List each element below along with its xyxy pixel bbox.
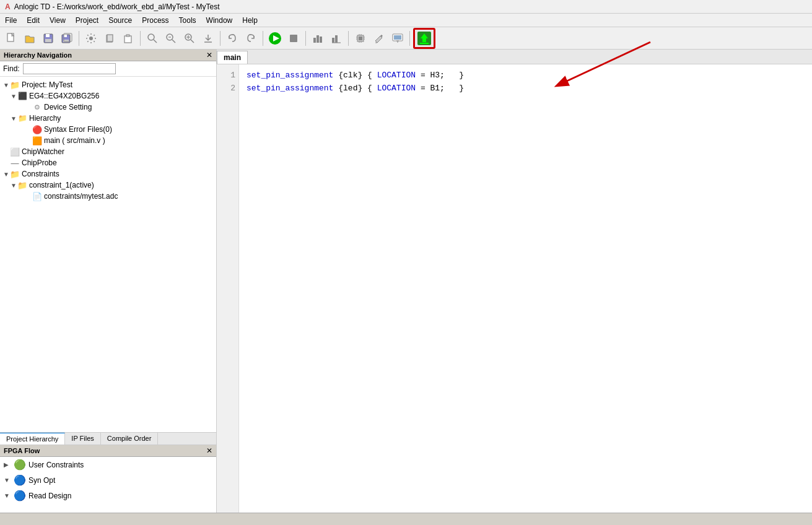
find-input[interactable]	[23, 63, 116, 74]
download2-button[interactable]	[199, 30, 217, 47]
flow-arrow-icon: ▼	[4, 492, 11, 499]
paste-button[interactable]	[120, 30, 137, 47]
flow-green-icon: 🟢	[14, 459, 26, 471]
menu-process[interactable]: Process	[137, 15, 173, 26]
tree-chipwatcher[interactable]: ⬜ ChipWatcher	[0, 146, 216, 157]
pencil-button[interactable]	[370, 30, 388, 47]
flow-blue-icon: 🔵	[14, 474, 26, 486]
hierarchy-navigation: Hierarchy Navigation ✕ Find: ▼ 📁 Project…	[0, 50, 216, 445]
tree-label: main ( src/main.v )	[44, 136, 105, 145]
flow-label: Syn Opt	[28, 476, 55, 485]
folder-icon: 📁	[10, 80, 20, 90]
main-layout: Hierarchy Navigation ✕ Find: ▼ 📁 Project…	[0, 50, 812, 513]
tree-syntax-error[interactable]: 🔴 Syntax Error Files(0)	[0, 124, 216, 135]
chipwatcher-icon: ⬜	[10, 147, 20, 157]
menu-file[interactable]: File	[0, 15, 22, 26]
verilog-icon: 🟧	[32, 136, 42, 145]
flow-read-design[interactable]: ▼ 🔵 Read Design	[0, 488, 216, 503]
line-number: 2	[217, 82, 235, 95]
download-highlighted-button[interactable]	[413, 28, 435, 49]
svg-rect-27	[317, 35, 319, 43]
toolbar	[0, 27, 812, 50]
svg-rect-11	[124, 36, 131, 43]
menu-view[interactable]: View	[45, 15, 71, 26]
save-button[interactable]	[40, 30, 57, 47]
search-button[interactable]	[144, 30, 161, 47]
constraints-folder-icon: 📁	[10, 169, 20, 179]
save-all-button[interactable]	[58, 30, 76, 47]
hierarchy-nav-header: Hierarchy Navigation ✕	[0, 50, 216, 61]
editor-tab-main[interactable]: main	[217, 51, 248, 64]
app-logo: A	[5, 2, 11, 11]
svg-rect-12	[126, 35, 129, 37]
tree-constraints[interactable]: ▼ 📁 Constraints	[0, 168, 216, 180]
tree-arrow: ▼	[10, 93, 17, 100]
svg-rect-28	[320, 37, 322, 43]
tree-chipprobe[interactable]: — ChipProbe	[0, 157, 216, 168]
open-button[interactable]	[21, 30, 38, 47]
editor-content: 1 2 set_pin_assignment {clk} { LOCATION …	[217, 64, 812, 513]
flow-user-constraints[interactable]: ▶ 🟢 User Constraints	[0, 457, 216, 472]
svg-rect-30	[335, 35, 338, 43]
menu-help[interactable]: Help	[237, 15, 263, 26]
tree-arrow: ▼	[10, 182, 17, 189]
svg-line-19	[191, 40, 194, 43]
menu-window[interactable]: Window	[201, 15, 238, 26]
redo-button[interactable]	[242, 30, 260, 47]
tree-constraint-1[interactable]: ▼ 📁 constraint_1(active)	[0, 180, 216, 191]
flow-label: User Constraints	[28, 461, 84, 469]
tree-arrow: ▼	[2, 82, 10, 89]
menu-edit[interactable]: Edit	[22, 15, 45, 26]
fpga-flow-close[interactable]: ✕	[206, 446, 212, 455]
search3-button[interactable]	[181, 30, 198, 47]
chipprobe-icon: —	[10, 158, 20, 168]
tree-label: ChipProbe	[22, 158, 57, 167]
display-button[interactable]	[389, 30, 406, 47]
run-button[interactable]	[266, 30, 284, 47]
separator-6	[348, 31, 349, 46]
separator-4	[263, 31, 263, 46]
tree-label: Device Setting	[44, 103, 92, 111]
svg-rect-2	[46, 34, 50, 37]
flow-syn-opt[interactable]: ▼ 🔵 Syn Opt	[0, 472, 216, 488]
bar-chart-button[interactable]	[309, 30, 326, 47]
gear-icon: ⚙	[32, 102, 42, 112]
menu-source[interactable]: Source	[103, 15, 137, 26]
line-numbers: 1 2	[217, 64, 239, 513]
tab-project-hierarchy[interactable]: Project Hierarchy	[0, 433, 65, 445]
find-label: Find:	[3, 64, 20, 73]
menu-tools[interactable]: Tools	[174, 15, 201, 26]
undo-button[interactable]	[224, 30, 241, 47]
stop-button[interactable]	[285, 30, 302, 47]
svg-rect-25	[290, 35, 297, 42]
tree-project[interactable]: ▼ 📁 Project: MyTest	[0, 79, 216, 90]
tree-hierarchy[interactable]: ▼ 📁 Hierarchy	[0, 113, 216, 124]
code-area[interactable]: set_pin_assignment {clk} { LOCATION = H3…	[239, 64, 812, 513]
separator-1	[79, 31, 79, 46]
tab-compile-order[interactable]: Compile Order	[101, 433, 159, 445]
title-text: Anlogic TD - E:/works/work_ebd/work_ebd_…	[14, 2, 220, 11]
settings-button[interactable]	[82, 30, 100, 47]
hierarchy-folder-icon: 📁	[17, 113, 27, 123]
svg-rect-26	[313, 38, 316, 43]
tab-ip-files[interactable]: IP Files	[65, 433, 100, 445]
tree-adc-file[interactable]: 📄 constraints/mytest.adc	[0, 191, 216, 202]
flow-blue-icon2: 🔵	[14, 490, 26, 501]
chart2-button[interactable]	[328, 30, 345, 47]
svg-rect-33	[359, 37, 362, 40]
tree-eg4[interactable]: ▼ ⬛ EG4::EG4X20BG256	[0, 90, 216, 102]
hierarchy-tabs: Project Hierarchy IP Files Compile Order	[0, 432, 216, 445]
tree-main-verilog[interactable]: 🟧 main ( src/main.v )	[0, 135, 216, 146]
svg-rect-10	[107, 35, 113, 41]
tree-label: Hierarchy	[29, 114, 61, 123]
search2-button[interactable]	[162, 30, 180, 47]
hierarchy-nav-close[interactable]: ✕	[206, 51, 212, 59]
menu-project[interactable]: Project	[71, 15, 103, 26]
copy-button[interactable]	[101, 30, 118, 47]
tree-label: Syntax Error Files(0)	[44, 125, 112, 134]
tree-device-setting[interactable]: ⚙ Device Setting	[0, 102, 216, 113]
svg-line-16	[172, 40, 175, 43]
new-button[interactable]	[2, 30, 20, 47]
editor-area: main 1 2 set_pin_assignment {clk} { LOCA…	[217, 50, 812, 513]
chip-button[interactable]	[352, 30, 369, 47]
